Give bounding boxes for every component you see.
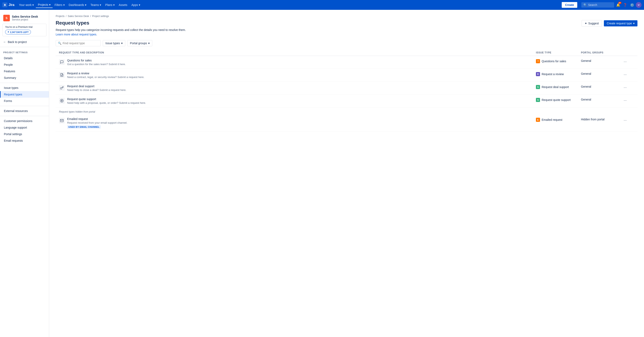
table-row[interactable]: Request deal supportNeed help to close a… — [56, 82, 638, 94]
project-header: S Sales Service Desk Service project — [0, 13, 49, 24]
request-type-cell: Questions for salesGot a question for th… — [59, 59, 536, 66]
breadcrumb-projects[interactable]: Projects — [56, 15, 64, 18]
project-type: Service project — [12, 18, 38, 21]
hidden-request-types-list: Emailed requestRequest received from you… — [56, 114, 638, 132]
nav-item-projects[interactable]: Projects ▾ — [36, 2, 52, 8]
breadcrumb-sales-service-desk[interactable]: Sales Service Desk — [68, 15, 89, 18]
sidebar-item-features[interactable]: Features — [0, 68, 49, 74]
col-issue-type: Issue type — [536, 51, 581, 54]
issue-type-icon: E — [536, 118, 540, 122]
request-type-icon — [59, 72, 65, 78]
nav-item-apps[interactable]: Apps ▾ — [129, 2, 142, 8]
issue-type-name: Request deal support — [542, 86, 569, 89]
search-bar[interactable]: 🔍 Search — [581, 2, 614, 8]
issue-types-filter[interactable]: Issue types ▾ — [103, 40, 125, 46]
issue-type-icon: R — [536, 72, 540, 76]
issue-type-cell: EEmailed request — [536, 117, 581, 122]
issue-type-name: Emailed request — [542, 118, 562, 122]
table-header: Request type and description Issue type … — [56, 50, 638, 56]
sidebar-item-language-support[interactable]: Language support — [0, 124, 49, 131]
issue-type-name: Request a review — [542, 72, 564, 76]
create-request-type-button[interactable]: Create request type ▾ — [604, 20, 638, 26]
project-settings-title: Project settings — [0, 49, 49, 55]
project-name: Sales Service Desk — [12, 15, 38, 18]
sidebar-item-forms[interactable]: Forms — [0, 98, 49, 104]
main-content: Projects / Sales Service Desk / Project … — [49, 10, 644, 337]
hidden-section-label: Request types hidden from portal — [56, 108, 638, 114]
sidebar-item-people[interactable]: People — [0, 62, 49, 68]
page-title: Request types — [56, 20, 89, 26]
table-row[interactable]: Request quote supportNeed help with a pr… — [56, 94, 638, 108]
request-type-desc: Need help with a proposal, quote, or ord… — [67, 101, 146, 104]
notifications-badge: 9+ — [618, 2, 622, 4]
sidebar-item-request-types[interactable]: Request types — [0, 91, 49, 98]
request-types-list: Questions for salesGot a question for th… — [56, 56, 638, 108]
top-navigation: Jira Your work ▾Projects ▾Filters ▾Dashb… — [0, 0, 644, 10]
find-request-type-input[interactable] — [63, 42, 98, 45]
request-type-icon — [59, 59, 65, 65]
portal-group-cell: General — [581, 98, 622, 101]
issue-type-icon: ? — [536, 59, 540, 63]
notifications-button[interactable]: 🔔 9+ — [615, 2, 622, 8]
more-actions-button[interactable]: ··· — [622, 98, 628, 103]
issue-types-chevron-icon: ▾ — [121, 42, 122, 45]
portal-group-cell: General — [581, 84, 622, 88]
nav-item-assets[interactable]: Assets — [117, 2, 129, 8]
request-type-icon — [59, 98, 65, 104]
request-type-desc: Need help to close a deal? Submit a requ… — [67, 88, 126, 92]
suggest-button[interactable]: ✦ Suggest — [582, 20, 602, 26]
nav-item-dashboards[interactable]: Dashboards ▾ — [67, 2, 88, 8]
trial-text: You're on a Premium trial — [5, 26, 44, 28]
issue-type-icon: S — [536, 98, 540, 102]
table-row[interactable]: Questions for salesGot a question for th… — [56, 56, 638, 69]
more-actions-button[interactable]: ··· — [622, 117, 628, 123]
issue-type-cell: SRequest deal support — [536, 84, 581, 89]
help-button[interactable]: ❓ — [622, 2, 628, 8]
sidebar-item-summary[interactable]: Summary — [0, 74, 49, 81]
logo[interactable]: Jira — [2, 2, 14, 7]
nav-item-filters[interactable]: Filters ▾ — [52, 2, 67, 8]
nav-item-teams[interactable]: Teams ▾ — [88, 2, 103, 8]
issue-type-icon: S — [536, 85, 540, 89]
find-search-icon: 🔍 — [58, 42, 62, 45]
issue-type-cell: RRequest a review — [536, 72, 581, 76]
sidebar-item-portal-settings[interactable]: Portal settings — [0, 131, 49, 138]
create-button[interactable]: Create — [562, 2, 577, 8]
learn-more-link[interactable]: Learn more about request types. — [56, 33, 97, 36]
search-placeholder: Search — [588, 3, 597, 6]
breadcrumb-project-settings[interactable]: Project settings — [92, 15, 109, 18]
search-icon: 🔍 — [584, 3, 587, 6]
more-actions-button[interactable]: ··· — [622, 72, 628, 78]
trial-button[interactable]: ✦ 2,347 DAYS LEFT — [5, 30, 31, 34]
table-row[interactable]: Emailed requestRequest received from you… — [56, 114, 638, 132]
back-label: Back to project — [8, 40, 27, 44]
find-request-type-search[interactable]: 🔍 — [56, 40, 101, 46]
trial-banner: You're on a Premium trial ✦ 2,347 DAYS L… — [2, 24, 46, 36]
avatar[interactable]: U — [636, 2, 642, 8]
portal-groups-filter[interactable]: Portal groups ▾ — [127, 40, 152, 46]
more-actions-button[interactable]: ··· — [622, 59, 628, 64]
back-to-project[interactable]: ← Back to project — [0, 39, 49, 45]
portal-group-cell: General — [581, 72, 622, 75]
issue-type-cell: SRequest quote support — [536, 98, 581, 102]
request-type-desc: Request received from your email support… — [67, 121, 127, 124]
settings-button[interactable]: ⚙️ — [629, 2, 636, 8]
page-header: Request types ✦ Suggest Create request t… — [56, 20, 638, 26]
nav-item-your-work[interactable]: Your work ▾ — [17, 2, 36, 8]
logo-text: Jira — [8, 3, 14, 7]
sidebar-item-issue-types[interactable]: Issue types — [0, 84, 49, 91]
request-type-icon — [59, 85, 65, 91]
more-actions-button[interactable]: ··· — [622, 84, 628, 90]
back-icon: ← — [3, 40, 6, 44]
table-row[interactable]: Request a reviewNeed a contract, legal, … — [56, 69, 638, 82]
sidebar-item-details[interactable]: Details — [0, 55, 49, 62]
email-channel-tag: USED BY EMAIL CHANNEL — [67, 125, 101, 128]
sidebar-divider-2 — [0, 83, 49, 83]
sidebar-item-email-requests[interactable]: Email requests — [0, 138, 49, 144]
sidebar-item-external-resources[interactable]: External resources — [0, 108, 49, 114]
nav-item-plans[interactable]: Plans ▾ — [103, 2, 117, 8]
breadcrumb: Projects / Sales Service Desk / Project … — [56, 15, 638, 18]
page-description: Request types help you categorize incomi… — [56, 28, 638, 32]
sidebar-item-customer-permissions[interactable]: Customer permissions — [0, 118, 49, 124]
suggest-icon: ✦ — [585, 22, 587, 25]
